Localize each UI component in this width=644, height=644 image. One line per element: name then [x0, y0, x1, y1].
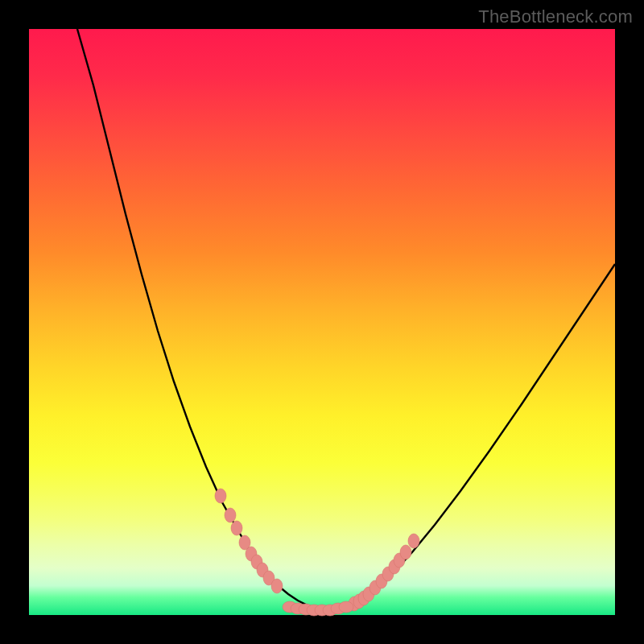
data-dot	[225, 508, 236, 522]
plot-area	[29, 29, 615, 615]
data-dot	[400, 545, 411, 559]
data-dot	[215, 489, 226, 503]
data-dot	[339, 601, 353, 613]
curve-svg	[29, 29, 615, 615]
bottom-dot-cluster	[283, 601, 353, 616]
bottleneck-curve	[77, 29, 615, 610]
left-dot-cluster	[215, 489, 283, 593]
data-dot	[408, 534, 419, 548]
data-dot	[231, 521, 242, 535]
chart-frame: TheBottleneck.com	[0, 0, 644, 644]
attribution-text: TheBottleneck.com	[478, 6, 633, 27]
data-dot	[271, 579, 283, 593]
right-dot-cluster	[349, 534, 419, 611]
